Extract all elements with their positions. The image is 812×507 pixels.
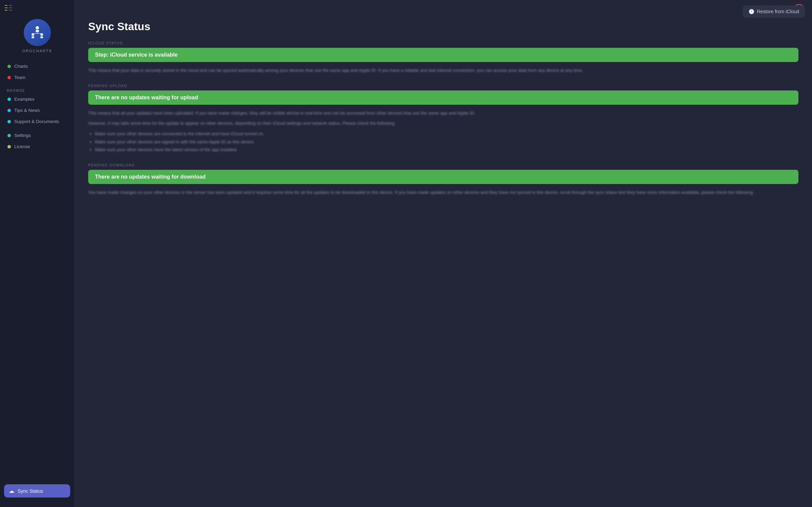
section-1-bar: Step: iCloud service is available [88, 48, 798, 62]
svg-rect-3 [9, 5, 12, 6]
sidebar-item-support[interactable]: Support & Documents [4, 116, 70, 127]
main-content: Check Again ··· 🕐 Restore from iCloud Sy… [75, 0, 812, 507]
sidebar-item-tips[interactable]: Tips & News [4, 105, 70, 116]
svg-rect-5 [9, 10, 12, 11]
section-3-bar: There are no updates waiting for downloa… [88, 170, 798, 184]
brand-label: ORGCHARTX [22, 49, 52, 53]
browse-section-label: Browse [4, 86, 70, 94]
section-2-label: PENDING UPLOAD [88, 84, 798, 88]
sidebar-item-tips-label: Tips & News [14, 108, 40, 113]
section-1-label: ICLOUD STATUS [88, 41, 798, 45]
bullet-item-3: Make sure your other devices have the la… [95, 146, 798, 154]
examples-dot [7, 98, 11, 101]
section-3-description: You have made changes on your other devi… [88, 189, 798, 196]
section-3-label: PENDING DOWNLOAD [88, 163, 798, 167]
restore-clock-icon: 🕐 [749, 9, 754, 14]
sidebar-item-license-label: License [14, 144, 30, 149]
sidebar-item-license[interactable]: License [4, 141, 70, 152]
section-2-description: This means that all your updates have be… [88, 109, 798, 117]
sidebar-item-team[interactable]: Team [4, 72, 70, 83]
section-icloud-status: ICLOUD STATUS Step: iCloud service is av… [88, 41, 798, 74]
sync-status-label: Sync Status [18, 488, 43, 494]
svg-rect-2 [5, 10, 7, 11]
sidebar-toggle[interactable] [5, 5, 12, 13]
bullet-item-2: Make sure your other devices are signed … [95, 138, 798, 146]
avatar-area: ORGCHARTX [22, 19, 52, 53]
sync-cloud-icon: ☁ [9, 488, 14, 494]
page-title: Sync Status [88, 20, 798, 33]
restore-icloud-button[interactable]: 🕐 Restore from iCloud [742, 5, 806, 18]
section-2-note: However, it may take some time for the u… [88, 120, 798, 127]
svg-point-6 [36, 26, 39, 29]
content-area[interactable]: Sync Status ICLOUD STATUS Step: iCloud s… [75, 20, 812, 507]
section-2-bar: There are no updates waiting for upload [88, 90, 798, 105]
nav-main-section: Charts Team [0, 61, 74, 83]
svg-rect-7 [36, 30, 39, 32]
section-pending-upload: PENDING UPLOAD There are no updates wait… [88, 84, 798, 154]
svg-rect-1 [5, 7, 7, 8]
sidebar-item-support-label: Support & Documents [14, 119, 59, 124]
sidebar-item-settings[interactable]: Settings [4, 130, 70, 141]
section-pending-download: PENDING DOWNLOAD There are no updates wa… [88, 163, 798, 196]
team-dot [7, 76, 11, 79]
topbar: Check Again ··· [75, 0, 812, 20]
section-1-description: This means that your data is securely st… [88, 67, 798, 74]
charts-dot [7, 65, 11, 68]
svg-rect-4 [9, 7, 12, 8]
sidebar-item-charts[interactable]: Charts [4, 61, 70, 72]
sidebar: ORGCHARTX Charts Team Browse Examples Ti… [0, 0, 75, 507]
restore-label: Restore from iCloud [757, 9, 799, 14]
sync-status-button[interactable]: ☁ Sync Status [4, 484, 70, 498]
license-dot [7, 145, 11, 148]
svg-rect-0 [5, 5, 7, 6]
sidebar-item-settings-label: Settings [14, 133, 31, 138]
settings-dot [7, 134, 11, 137]
nav-browse-section: Browse Examples Tips & News Support & Do… [0, 86, 74, 127]
sidebar-item-team-label: Team [14, 75, 25, 80]
avatar [24, 19, 51, 46]
sidebar-item-charts-label: Charts [14, 64, 28, 69]
bullet-item-1: Make sure your other devices are connect… [95, 130, 798, 138]
svg-rect-9 [32, 36, 34, 38]
nav-settings-section: Settings License [0, 130, 74, 153]
section-2-bullets: Make sure your other devices are connect… [88, 130, 798, 154]
sidebar-item-examples[interactable]: Examples [4, 94, 70, 104]
support-dot [7, 120, 11, 123]
sidebar-item-examples-label: Examples [14, 97, 34, 102]
svg-rect-11 [40, 36, 43, 38]
tips-dot [7, 109, 11, 112]
